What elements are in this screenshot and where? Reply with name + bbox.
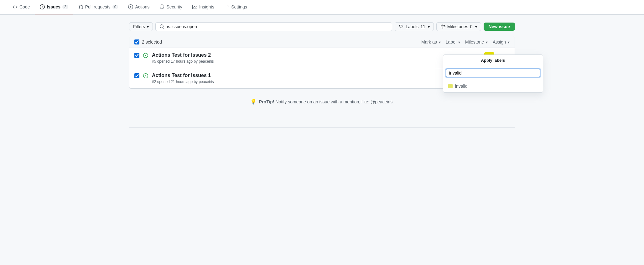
actions-icon xyxy=(128,4,133,9)
new-issue-label: New issue xyxy=(489,24,510,29)
labels-button[interactable]: Labels 11 xyxy=(395,22,434,31)
label-option-invalid[interactable]: invalid xyxy=(443,81,543,91)
protip-icon: 💡 xyxy=(250,99,257,104)
right-filter-btns: Labels 11 Milestones 0 New issue xyxy=(395,22,515,31)
tab-security[interactable]: Security xyxy=(154,0,187,14)
code-icon xyxy=(13,4,18,9)
issue-icon xyxy=(40,4,45,9)
issues-header: 2 selected Mark as Label Apply labels xyxy=(129,36,515,48)
new-issue-button[interactable]: New issue xyxy=(484,23,515,31)
milestones-chevron-icon xyxy=(475,24,477,29)
issue-title-2[interactable]: Actions Test for Issues 1 xyxy=(152,73,482,78)
issues-badge: 2 xyxy=(62,5,68,9)
issue-title-1[interactable]: Actions Test for Issues 2 xyxy=(152,52,480,58)
tab-pull-requests[interactable]: Pull requests 0 xyxy=(73,0,123,14)
milestone-bulk-button[interactable]: Milestone xyxy=(465,39,488,44)
selected-count: 2 selected xyxy=(142,39,419,44)
filter-bar: Filters Labels 11 xyxy=(129,22,515,31)
milestone-bulk-label: Milestone xyxy=(465,39,484,44)
label-chevron-icon xyxy=(458,39,460,44)
filters-button[interactable]: Filters xyxy=(129,22,153,31)
protip-bold: ProTip! xyxy=(259,99,274,104)
tab-insights-label: Insights xyxy=(199,4,214,9)
tab-issues-label: Issues xyxy=(47,4,60,9)
mark-as-label: Mark as xyxy=(421,39,437,44)
tab-settings-label: Settings xyxy=(231,4,247,9)
milestones-button[interactable]: Milestones 0 xyxy=(436,22,481,31)
milestones-count: 0 xyxy=(470,24,473,29)
filters-chevron-icon xyxy=(146,24,149,29)
page-footer-line xyxy=(129,127,515,132)
bulk-actions: Mark as Label Apply labels xyxy=(421,39,510,44)
repo-nav: Code Issues 2 Pull requests 0 Actions xyxy=(0,0,644,15)
insights-icon xyxy=(192,4,197,9)
labels-count: 11 xyxy=(420,24,425,29)
label-options: invalid xyxy=(443,80,543,92)
issue-open-icon-1 xyxy=(143,53,148,58)
tab-settings[interactable]: Settings xyxy=(219,0,252,14)
issue-content-1: Actions Test for Issues 2 #5 opened 17 h… xyxy=(152,52,480,64)
issue-meta-1: #5 opened 17 hours ago by peaceiris xyxy=(152,59,480,64)
tab-actions[interactable]: Actions xyxy=(123,0,154,14)
milestones-label: Milestones xyxy=(447,24,468,29)
tab-security-label: Security xyxy=(166,4,182,9)
label-dot-invalid xyxy=(448,84,453,88)
label-dropdown: Apply labels invalid xyxy=(443,55,543,93)
pr-icon xyxy=(78,4,83,9)
tab-code[interactable]: Code xyxy=(8,0,35,14)
issue-content-2: Actions Test for Issues 1 #2 opened 21 h… xyxy=(152,73,482,84)
milestone-chevron-icon xyxy=(485,39,488,44)
pr-badge: 0 xyxy=(112,5,118,9)
label-label: Label xyxy=(446,39,456,44)
select-all-checkbox[interactable] xyxy=(134,39,139,44)
tab-insights[interactable]: Insights xyxy=(187,0,219,14)
mark-as-button[interactable]: Mark as xyxy=(421,39,441,44)
assign-chevron-icon xyxy=(507,39,510,44)
labels-chevron-icon xyxy=(427,24,430,29)
issues-container: 2 selected Mark as Label Apply labels xyxy=(129,36,515,89)
search-input[interactable] xyxy=(167,24,388,29)
filters-label: Filters xyxy=(133,24,145,29)
tab-actions-label: Actions xyxy=(135,4,149,9)
tab-pr-label: Pull requests xyxy=(85,4,111,9)
label-search-wrap xyxy=(443,66,543,80)
labels-label: Labels xyxy=(406,24,418,29)
search-icon xyxy=(159,24,164,29)
label-search-input[interactable] xyxy=(446,69,540,77)
assign-button[interactable]: Assign xyxy=(493,39,510,44)
settings-icon xyxy=(224,4,229,9)
tab-issues[interactable]: Issues 2 xyxy=(35,0,73,14)
issue-open-icon-2 xyxy=(143,73,148,78)
issue-checkbox-1[interactable] xyxy=(134,53,139,58)
tab-code-label: Code xyxy=(19,4,30,9)
protip-text: Notify someone on an issue with a mentio… xyxy=(275,99,394,104)
assign-label: Assign xyxy=(493,39,506,44)
main-content: Filters Labels 11 xyxy=(122,15,522,140)
issue-checkbox-2[interactable] xyxy=(134,73,139,78)
mark-as-chevron-icon xyxy=(438,39,441,44)
label-option-invalid-text: invalid xyxy=(455,84,468,89)
security-icon xyxy=(159,4,164,9)
label-dropdown-header: Apply labels xyxy=(443,55,543,66)
issue-meta-2: #2 opened 21 hours ago by peaceiris xyxy=(152,80,482,84)
label-button[interactable]: Label Apply labels invalid xyxy=(446,39,460,44)
search-box xyxy=(155,22,392,31)
